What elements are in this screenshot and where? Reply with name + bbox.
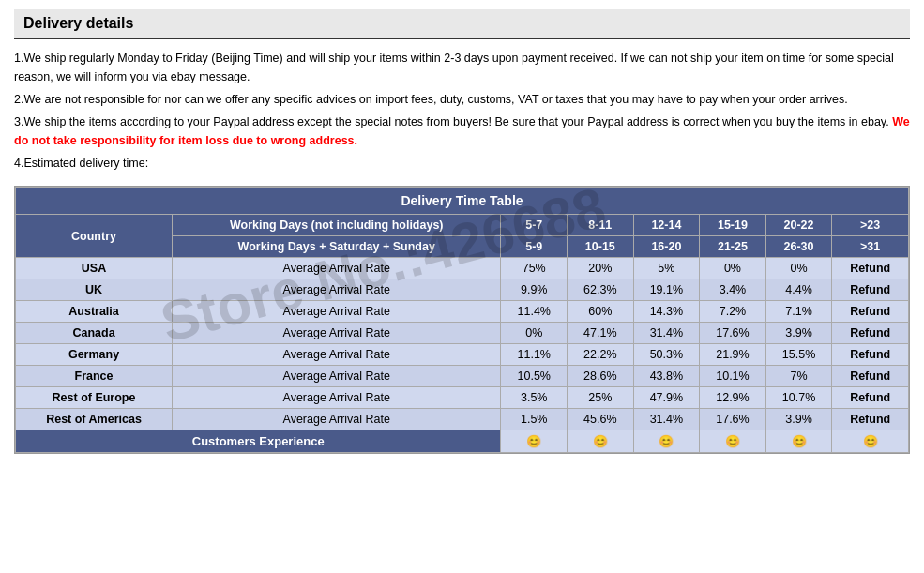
col-20-22: 20-22 — [765, 215, 832, 236]
col-26-30: 26-30 — [765, 236, 832, 258]
data-cell: 0% — [765, 258, 832, 279]
delivery-table-wrapper: Store No.:426688 Delivery Time Table Cou… — [14, 176, 910, 457]
table-row: FranceAverage Arrival Rate10.5%28.6%43.8… — [16, 366, 909, 387]
country-cell: France — [16, 366, 173, 387]
data-cell: Refund — [832, 323, 909, 344]
arrival-rate-cell: Average Arrival Rate — [173, 344, 501, 366]
data-cell: 11.4% — [501, 301, 568, 323]
arrival-rate-cell: Average Arrival Rate — [173, 279, 501, 301]
data-cell: Refund — [832, 279, 909, 301]
data-cell: 47.1% — [568, 323, 634, 344]
delivery-table-container: Delivery Time Table Country Working Days… — [14, 186, 910, 454]
col-16-20: 16-20 — [633, 236, 700, 258]
data-cell: 0% — [700, 258, 766, 279]
data-cell: Refund — [832, 344, 909, 366]
arrival-rate-cell: Average Arrival Rate — [173, 409, 501, 430]
data-cell: 3.4% — [700, 279, 766, 301]
data-cell: 50.3% — [633, 344, 700, 366]
data-cell: 11.1% — [501, 344, 568, 366]
col-5-7: 5-7 — [501, 215, 568, 236]
country-cell: Germany — [16, 344, 173, 366]
section-title: Delivery details — [14, 9, 910, 39]
data-cell: 14.3% — [633, 301, 700, 323]
data-cell: 25% — [568, 387, 634, 409]
table-row: GermanyAverage Arrival Rate11.1%22.2%50.… — [16, 344, 909, 366]
info-line3-before: 3.We ship the items according to your Pa… — [14, 115, 889, 128]
table-row: Rest of EuropeAverage Arrival Rate3.5%25… — [16, 387, 909, 409]
table-row: Rest of AmericasAverage Arrival Rate1.5%… — [16, 409, 909, 430]
data-cell: 17.6% — [700, 409, 766, 430]
data-cell: 7% — [765, 366, 832, 387]
data-cell: 9.9% — [501, 279, 568, 301]
data-cell: 10.1% — [700, 366, 766, 387]
data-cell: 31.4% — [633, 409, 700, 430]
emoji-cell: 😊 — [568, 430, 634, 453]
table-row: UKAverage Arrival Rate9.9%62.3%19.1%3.4%… — [16, 279, 909, 301]
col-21-25: 21-25 — [700, 236, 766, 258]
col-15-19: 15-19 — [700, 215, 766, 236]
data-cell: 62.3% — [568, 279, 634, 301]
arrival-rate-cell: Average Arrival Rate — [173, 366, 501, 387]
emoji-cell: 😊 — [832, 430, 909, 453]
data-cell: 45.6% — [568, 409, 634, 430]
data-cell: Refund — [832, 366, 909, 387]
data-cell: 7.2% — [700, 301, 766, 323]
info-line3: 3.We ship the items according to your Pa… — [14, 113, 910, 150]
data-cell: 7.1% — [765, 301, 832, 323]
data-cell: 20% — [568, 258, 634, 279]
country-cell: Rest of Europe — [16, 387, 173, 409]
data-cell: 15.5% — [765, 344, 832, 366]
customers-label: Customers Experience — [16, 430, 501, 453]
col-working-days: Working Days (not including holidays) — [173, 215, 501, 236]
info-line1: 1.We ship regularly Monday to Friday (Be… — [14, 49, 910, 86]
data-cell: 4.4% — [765, 279, 832, 301]
data-cell: Refund — [832, 301, 909, 323]
data-cell: 60% — [568, 301, 634, 323]
country-header: Country — [16, 215, 173, 258]
table-row: USAAverage Arrival Rate75%20%5%0%0%Refun… — [16, 258, 909, 279]
country-cell: UK — [16, 279, 173, 301]
data-cell: 47.9% — [633, 387, 700, 409]
data-cell: Refund — [832, 409, 909, 430]
data-cell: 31.4% — [633, 323, 700, 344]
data-cell: 19.1% — [633, 279, 700, 301]
data-cell: 28.6% — [568, 366, 634, 387]
delivery-table: Delivery Time Table Country Working Days… — [15, 187, 909, 453]
data-cell: 21.9% — [700, 344, 766, 366]
info-line4: 4.Estimated delivery time: — [14, 154, 910, 173]
col-gt23: >23 — [832, 215, 909, 236]
emoji-cell: 😊 — [633, 430, 700, 453]
col-5-9: 5-9 — [501, 236, 568, 258]
data-cell: 0% — [501, 323, 568, 344]
customers-row: Customers Experience😊😊😊😊😊😊 — [16, 430, 909, 453]
data-cell: Refund — [832, 387, 909, 409]
data-cell: 22.2% — [568, 344, 634, 366]
info-line2: 2.We are not responsible for nor can we … — [14, 90, 910, 109]
col-12-14: 12-14 — [633, 215, 700, 236]
data-cell: 17.6% — [700, 323, 766, 344]
data-cell: 43.8% — [633, 366, 700, 387]
emoji-cell: 😊 — [501, 430, 568, 453]
country-cell: Australia — [16, 301, 173, 323]
data-cell: 3.9% — [765, 409, 832, 430]
arrival-rate-cell: Average Arrival Rate — [173, 258, 501, 279]
data-cell: Refund — [832, 258, 909, 279]
table-row: AustraliaAverage Arrival Rate11.4%60%14.… — [16, 301, 909, 323]
country-cell: Rest of Americas — [16, 409, 173, 430]
arrival-rate-cell: Average Arrival Rate — [173, 323, 501, 344]
data-cell: 3.5% — [501, 387, 568, 409]
table-row: CanadaAverage Arrival Rate0%47.1%31.4%17… — [16, 323, 909, 344]
country-cell: USA — [16, 258, 173, 279]
data-cell: 1.5% — [501, 409, 568, 430]
arrival-rate-cell: Average Arrival Rate — [173, 387, 501, 409]
col-10-15: 10-15 — [568, 236, 634, 258]
emoji-cell: 😊 — [765, 430, 832, 453]
col-gt31: >31 — [832, 236, 909, 258]
data-cell: 3.9% — [765, 323, 832, 344]
data-cell: 5% — [633, 258, 700, 279]
table-title: Delivery Time Table — [16, 188, 909, 215]
data-cell: 10.5% — [501, 366, 568, 387]
col-working-days-sat-sun: Working Days + Saturday + Sunday — [173, 236, 501, 258]
col-8-11: 8-11 — [568, 215, 634, 236]
data-cell: 12.9% — [700, 387, 766, 409]
